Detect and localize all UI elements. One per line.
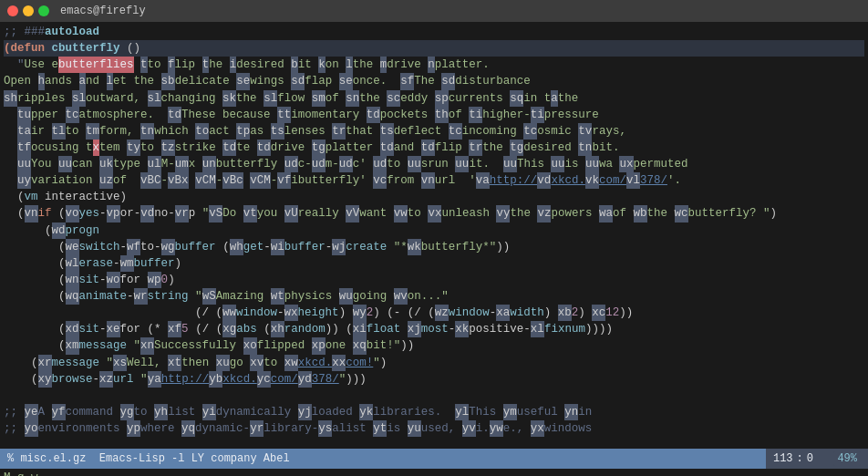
- code-line: tupper tcatmosphere. tdThese because tti…: [4, 107, 864, 123]
- scroll-percent: 49%: [833, 451, 861, 466]
- code-line: Open hands and let the sbdelicate sewing…: [4, 73, 864, 89]
- code-line: [4, 437, 864, 449]
- code-line: [4, 388, 864, 404]
- mode-line-active: % misc.el.gz Emacs-Lisp -l LY company Ab…: [0, 449, 766, 469]
- mode-line: % misc.el.gz Emacs-Lisp -l LY company Ab…: [0, 449, 868, 469]
- code-line: (wdprogn: [4, 222, 864, 239]
- traffic-lights: [7, 5, 49, 16]
- code-line: (xdsit-xefor (* xf5 (/ (xgabs (xhrandom)…: [4, 321, 864, 337]
- minimize-button[interactable]: [23, 5, 34, 16]
- code-line: ;; yoenvironments ypwhere yqdynamic-yrli…: [4, 420, 864, 437]
- code-line: (xmmessage "xnSuccessfully xoflipped xpo…: [4, 337, 864, 354]
- code-line: tfocusing txtem tyto tzstrike tdte tddri…: [4, 140, 864, 156]
- code-line: (wlerase-wmbuffer): [4, 255, 864, 272]
- code-line: (wqanimate-wrstring "wSAmazing wtphysics…: [4, 288, 864, 305]
- title-bar: emacs@firefly: [0, 0, 868, 22]
- code-line: "Use ebutterflies tto flip the idesired …: [4, 57, 864, 73]
- code-line: ;; ###autoload: [4, 24, 864, 40]
- close-button[interactable]: [7, 5, 18, 16]
- code-line: (vnif (voyes-vpor-vdno-vrp "vSDo vtyou v…: [4, 205, 864, 222]
- code-line: (vm interactive): [4, 189, 864, 205]
- maximize-button[interactable]: [38, 5, 49, 16]
- code-line: (wnsit-wofor wp0): [4, 272, 864, 288]
- window-title: emacs@firefly: [60, 5, 146, 17]
- code-line: (xrmessage "xsWell, xtthen xugo xvto xwx…: [4, 355, 864, 371]
- mode-line-filename: Emacs-Lisp -l LY company Abel: [99, 452, 290, 465]
- code-line: tair tlto tmform, tnwhich toact tpas tsl…: [4, 123, 864, 140]
- code-line: ;; yeA yfcommand ygto yhlist yidynamical…: [4, 404, 864, 420]
- code-line: (defun cbutterfly (): [4, 40, 864, 57]
- mode-line-right: 113 : 0 49%: [766, 449, 868, 469]
- code-line: (/ (wwwindow-wxheight) wy2) (- (/ (wzwin…: [4, 305, 864, 321]
- code-line: (weswitch-wfto-wgbuffer (whget-wibuffer-…: [4, 239, 864, 255]
- code-line: uuYou uucan uktype ulM-umx unbutterfly u…: [4, 156, 864, 172]
- code-line: uyvariation uzof vBC-vBx vCM-vBc vCM-vfi…: [4, 172, 864, 189]
- mode-line-percent: % misc.el.gz: [7, 452, 86, 465]
- code-line: shripples sloutward, slchanging skthe sl…: [4, 90, 864, 107]
- code-line: (xybrowse-xzurl "yahttp://ybxkcd.yccom/y…: [4, 371, 864, 388]
- minibuffer[interactable]: M-g w-: [0, 469, 868, 476]
- minibuffer-text: M-g w-: [4, 471, 45, 476]
- line-number: 113: [773, 452, 793, 465]
- col-number: 0: [807, 452, 813, 465]
- editor-area[interactable]: ;; ###autoload (defun cbutterfly () "Use…: [0, 22, 868, 449]
